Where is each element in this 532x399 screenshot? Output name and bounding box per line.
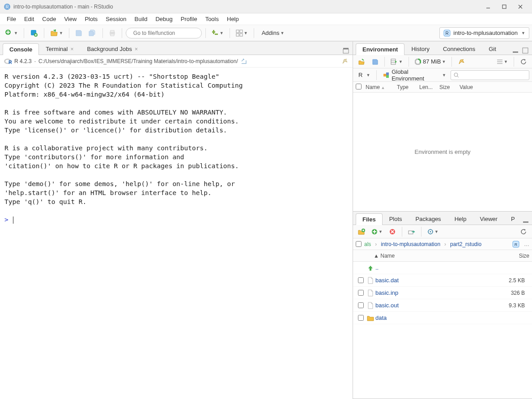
breadcrumb-segment[interactable]: intro-to-mplusautomation <box>380 241 441 247</box>
tab-viewer[interactable]: Viewer <box>473 213 504 225</box>
separator <box>24 28 24 38</box>
maximize-pane-icon[interactable] <box>342 47 350 55</box>
file-checkbox[interactable] <box>358 290 364 296</box>
breadcrumb-more-icon[interactable]: … <box>524 241 529 247</box>
col-length[interactable]: Len... <box>417 84 437 90</box>
addins-button[interactable]: Addins ▼ <box>258 27 289 39</box>
menu-session[interactable]: Session <box>102 15 130 23</box>
load-workspace-button[interactable] <box>356 56 367 68</box>
col-size[interactable]: Size <box>437 84 457 90</box>
tab-help[interactable]: Help <box>448 213 473 225</box>
menu-help[interactable]: Help <box>223 15 243 23</box>
col-value[interactable]: Value <box>457 84 532 90</box>
rproj-icon[interactable]: R <box>512 241 519 248</box>
select-all-files-checkbox[interactable] <box>356 241 362 247</box>
file-checkbox[interactable] <box>358 315 364 321</box>
col-type[interactable]: Type <box>394 84 417 90</box>
parent-dir-row[interactable]: .. <box>353 262 532 274</box>
menu-debug[interactable]: Debug <box>151 15 176 23</box>
more-button[interactable]: ▼ <box>425 226 441 238</box>
breadcrumb-segment[interactable]: als <box>363 241 372 247</box>
menu-file[interactable]: File <box>3 15 20 23</box>
open-file-button[interactable]: ▼ <box>48 27 65 39</box>
project-selector[interactable]: R intro-to-mplusautomation ▼ <box>439 27 529 39</box>
list-view-button[interactable]: ▼ <box>494 56 510 68</box>
clear-workspace-button[interactable] <box>455 56 467 68</box>
save-button[interactable] <box>73 27 85 39</box>
minimize-pane-icon[interactable] <box>511 47 519 55</box>
save-workspace-button[interactable] <box>369 56 381 68</box>
new-folder-button[interactable] <box>356 226 367 238</box>
new-blank-file-button[interactable]: ▼ <box>369 226 385 238</box>
maximize-pane-icon[interactable] <box>521 47 529 55</box>
svg-rect-32 <box>391 59 396 64</box>
goto-file-function-box[interactable] <box>126 28 202 38</box>
menu-tools[interactable]: Tools <box>201 15 223 23</box>
build-button[interactable]: ▼ <box>209 27 226 39</box>
file-name[interactable]: basic.inp <box>375 289 502 296</box>
separator <box>205 28 206 38</box>
breadcrumb-segment[interactable]: part2_rstudio <box>449 241 482 247</box>
menu-edit[interactable]: Edit <box>20 15 38 23</box>
console-output[interactable]: R version 4.2.3 (2023-03-15 ucrt) -- "Sh… <box>0 68 353 399</box>
close-icon[interactable]: × <box>135 46 138 52</box>
grid-button[interactable]: ▼ <box>234 27 250 39</box>
minimize-pane-icon[interactable] <box>522 216 530 225</box>
breadcrumb-sep: › <box>374 241 378 247</box>
select-all-checkbox[interactable] <box>356 84 362 89</box>
refresh-files-button[interactable] <box>518 226 529 238</box>
environment-scope-bar: R ▼ Global Environment ▼ <box>353 68 532 82</box>
close-icon[interactable]: × <box>70 46 73 52</box>
tab-console[interactable]: Console <box>3 43 39 55</box>
file-checkbox[interactable] <box>358 302 364 308</box>
col-name[interactable]: ▲ Name <box>371 253 501 259</box>
menu-build[interactable]: Build <box>131 15 152 23</box>
new-project-button[interactable] <box>28 27 40 39</box>
menu-profile[interactable]: Profile <box>177 15 201 23</box>
goto-input[interactable] <box>133 30 200 36</box>
window-minimize-button[interactable] <box>480 1 496 12</box>
env-search-input[interactable] <box>459 72 526 78</box>
delete-file-button[interactable] <box>387 226 398 238</box>
file-name[interactable]: data <box>375 314 502 321</box>
language-selector[interactable]: R ▼ <box>356 72 373 78</box>
import-dataset-button[interactable]: ▼ <box>388 56 405 68</box>
tab-presentation[interactable]: P <box>504 213 522 225</box>
tab-terminal[interactable]: Terminal × <box>39 43 80 55</box>
col-name[interactable]: Name <box>363 84 394 90</box>
new-file-button[interactable]: ▼ <box>3 27 20 39</box>
file-row[interactable]: basic.inp 326 B <box>353 287 532 299</box>
menu-plots[interactable]: Plots <box>81 15 102 23</box>
menu-view[interactable]: View <box>60 15 81 23</box>
window-maximize-button[interactable] <box>496 1 512 12</box>
tab-background-jobs[interactable]: Background Jobs × <box>80 43 144 55</box>
print-button[interactable] <box>106 27 118 39</box>
refresh-button[interactable] <box>518 56 529 68</box>
tab-connections[interactable]: Connections <box>436 43 482 55</box>
memory-usage-button[interactable]: 87 MiB ▼ <box>413 56 448 68</box>
file-checkbox[interactable] <box>358 277 364 283</box>
tab-environment[interactable]: Environment <box>356 43 404 55</box>
open-wd-icon[interactable] <box>241 58 247 64</box>
file-row[interactable]: basic.dat 2.5 KB <box>353 274 532 287</box>
window-close-button[interactable] <box>512 1 528 12</box>
file-name[interactable]: basic.dat <box>375 277 502 284</box>
save-all-button[interactable] <box>86 27 99 39</box>
svg-rect-40 <box>386 72 389 75</box>
app-icon: R <box>4 3 11 10</box>
file-name[interactable]: basic.out <box>375 302 502 309</box>
environment-scope-selector[interactable]: Global Environment ▼ <box>380 68 449 82</box>
file-row[interactable]: basic.out 9.3 KB <box>353 299 532 312</box>
tab-plots[interactable]: Plots <box>383 213 409 225</box>
tab-history[interactable]: History <box>404 43 436 55</box>
tab-git[interactable]: Git <box>482 43 503 55</box>
tab-packages[interactable]: Packages <box>409 213 448 225</box>
menu-code[interactable]: Code <box>38 15 60 23</box>
tab-files[interactable]: Files <box>356 213 383 225</box>
col-size[interactable]: Size <box>501 253 532 259</box>
environment-search[interactable] <box>451 70 529 80</box>
file-row[interactable]: data <box>353 312 532 324</box>
clear-console-icon[interactable] <box>341 57 349 65</box>
rename-file-button[interactable] <box>406 226 417 238</box>
working-dir-path[interactable]: C:/Users/dnajiarch/Box/IES_IMMERSE/Train… <box>38 58 238 64</box>
